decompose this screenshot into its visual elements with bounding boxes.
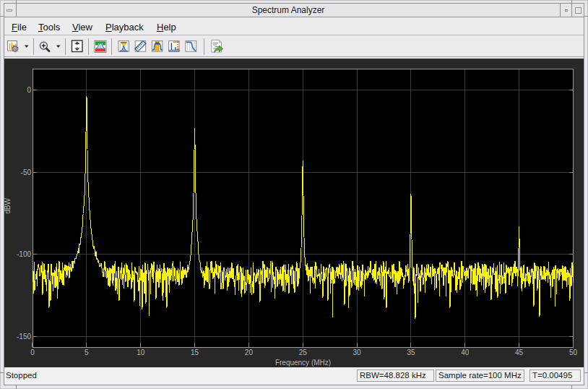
svg-text:0: 0 — [30, 349, 35, 356]
svg-text:dBW: dBW — [4, 198, 12, 214]
svg-text:30: 30 — [353, 349, 362, 356]
svg-text:15: 15 — [191, 349, 199, 356]
svg-text:-50: -50 — [21, 168, 32, 176]
svg-text:25: 25 — [299, 349, 308, 356]
svg-text:-150: -150 — [17, 333, 31, 341]
svg-text:35: 35 — [407, 349, 415, 356]
svg-text:5: 5 — [85, 349, 89, 356]
svg-text:45: 45 — [515, 349, 524, 356]
svg-text:0: 0 — [27, 86, 31, 94]
svg-text:40: 40 — [461, 349, 470, 356]
svg-text:50: 50 — [569, 349, 578, 356]
svg-text:10: 10 — [137, 349, 145, 356]
svg-text:Frequency (MHz): Frequency (MHz) — [275, 359, 331, 367]
svg-text:-100: -100 — [17, 250, 31, 258]
svg-text:20: 20 — [245, 349, 254, 356]
